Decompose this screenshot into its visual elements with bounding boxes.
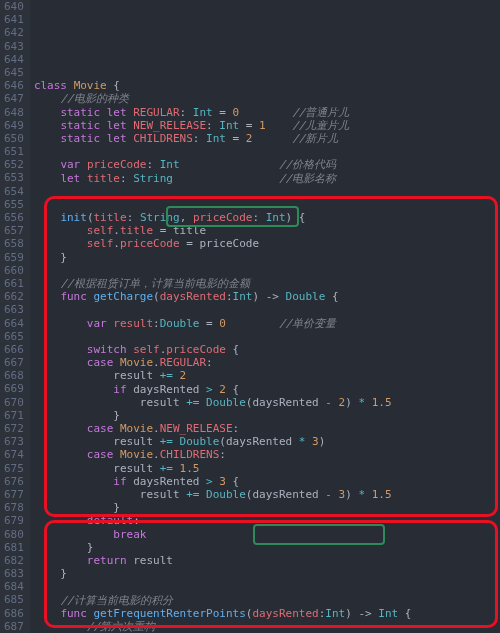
code-line[interactable]: result += 1.5 bbox=[34, 462, 496, 475]
line-number: 646 bbox=[4, 79, 24, 92]
line-number: 684 bbox=[4, 580, 24, 593]
code-line[interactable]: } bbox=[34, 251, 496, 264]
line-number: 676 bbox=[4, 475, 24, 488]
line-number: 671 bbox=[4, 409, 24, 422]
line-number: 681 bbox=[4, 541, 24, 554]
line-number: 662 bbox=[4, 290, 24, 303]
code-line[interactable]: } bbox=[34, 501, 496, 514]
code-line[interactable]: result += Double(daysRented - 2) * 1.5 bbox=[34, 396, 496, 409]
line-number: 647 bbox=[4, 92, 24, 105]
line-number: 652 bbox=[4, 158, 24, 171]
line-number: 674 bbox=[4, 448, 24, 461]
code-line[interactable] bbox=[34, 330, 496, 343]
line-number: 658 bbox=[4, 237, 24, 250]
code-line[interactable]: static let REGULAR: Int = 0 //普通片儿 bbox=[34, 106, 496, 119]
line-number: 665 bbox=[4, 330, 24, 343]
line-number: 642 bbox=[4, 26, 24, 39]
code-line[interactable]: //电影的种类 bbox=[34, 92, 496, 105]
code-area[interactable]: class Movie { //电影的种类 static let REGULAR… bbox=[30, 0, 500, 633]
code-line[interactable] bbox=[34, 264, 496, 277]
code-line[interactable] bbox=[34, 145, 496, 158]
line-number: 667 bbox=[4, 356, 24, 369]
line-number: 672 bbox=[4, 422, 24, 435]
code-line[interactable]: static let NEW_RELEASE: Int = 1 //儿童片儿 bbox=[34, 119, 496, 132]
code-line[interactable]: } bbox=[34, 567, 496, 580]
line-number: 654 bbox=[4, 185, 24, 198]
code-line[interactable]: func getFrequentRenterPoints(daysRented:… bbox=[34, 607, 496, 620]
code-line[interactable]: case Movie.CHILDRENS: bbox=[34, 448, 496, 461]
code-line[interactable]: //计算当前电影的积分 bbox=[34, 594, 496, 607]
line-number: 664 bbox=[4, 317, 24, 330]
line-number: 669 bbox=[4, 382, 24, 395]
code-line[interactable]: } bbox=[34, 409, 496, 422]
line-number: 656 bbox=[4, 211, 24, 224]
code-line[interactable]: result += Double(daysRented - 3) * 1.5 bbox=[34, 488, 496, 501]
code-line[interactable]: if daysRented > 2 { bbox=[34, 383, 496, 396]
line-number: 653 bbox=[4, 171, 24, 184]
line-number: 655 bbox=[4, 198, 24, 211]
line-number: 649 bbox=[4, 119, 24, 132]
code-editor: 6406416426436446456466476486496506516526… bbox=[0, 0, 500, 633]
code-line[interactable] bbox=[34, 303, 496, 316]
line-number: 675 bbox=[4, 462, 24, 475]
code-line[interactable]: //第六次重构 bbox=[34, 620, 496, 633]
line-number-gutter: 6406416426436446456466476486496506516526… bbox=[0, 0, 30, 633]
line-number: 657 bbox=[4, 224, 24, 237]
line-number: 644 bbox=[4, 53, 24, 66]
line-number: 660 bbox=[4, 264, 24, 277]
code-line[interactable]: switch self.priceCode { bbox=[34, 343, 496, 356]
code-line[interactable]: case Movie.REGULAR: bbox=[34, 356, 496, 369]
line-number: 680 bbox=[4, 528, 24, 541]
code-line[interactable]: let title: String //电影名称 bbox=[34, 172, 496, 185]
line-number: 640 bbox=[4, 0, 24, 13]
code-line[interactable] bbox=[34, 580, 496, 593]
line-number: 686 bbox=[4, 607, 24, 620]
code-line[interactable]: init(title: String, priceCode: Int) { bbox=[34, 211, 496, 224]
code-line[interactable]: //根据租赁订单，计算当前电影的金额 bbox=[34, 277, 496, 290]
line-number: 648 bbox=[4, 106, 24, 119]
code-line[interactable]: static let CHILDRENS: Int = 2 //新片儿 bbox=[34, 132, 496, 145]
code-line[interactable]: var priceCode: Int //价格代码 bbox=[34, 158, 496, 171]
line-number: 685 bbox=[4, 593, 24, 606]
line-number: 678 bbox=[4, 501, 24, 514]
code-line[interactable]: case Movie.NEW_RELEASE: bbox=[34, 422, 496, 435]
code-line[interactable]: class Movie { bbox=[34, 79, 496, 92]
code-line[interactable]: if daysRented > 3 { bbox=[34, 475, 496, 488]
line-number: 677 bbox=[4, 488, 24, 501]
line-number: 645 bbox=[4, 66, 24, 79]
code-line[interactable]: default: bbox=[34, 514, 496, 527]
line-number: 668 bbox=[4, 369, 24, 382]
line-number: 641 bbox=[4, 13, 24, 26]
line-number: 661 bbox=[4, 277, 24, 290]
line-number: 650 bbox=[4, 132, 24, 145]
code-line[interactable]: return result bbox=[34, 554, 496, 567]
code-line[interactable]: result += 2 bbox=[34, 369, 496, 382]
line-number: 682 bbox=[4, 554, 24, 567]
line-number: 683 bbox=[4, 567, 24, 580]
code-line[interactable]: break bbox=[34, 528, 496, 541]
line-number: 651 bbox=[4, 145, 24, 158]
line-number: 643 bbox=[4, 40, 24, 53]
code-line[interactable] bbox=[34, 198, 496, 211]
line-number: 687 bbox=[4, 620, 24, 633]
code-line[interactable]: var result:Double = 0 //单价变量 bbox=[34, 317, 496, 330]
code-line[interactable]: self.title = title bbox=[34, 224, 496, 237]
code-line[interactable]: func getCharge(daysRented:Int) -> Double… bbox=[34, 290, 496, 303]
code-line[interactable]: } bbox=[34, 541, 496, 554]
line-number: 666 bbox=[4, 343, 24, 356]
code-line[interactable] bbox=[34, 185, 496, 198]
line-number: 679 bbox=[4, 514, 24, 527]
line-number: 670 bbox=[4, 396, 24, 409]
line-number: 673 bbox=[4, 435, 24, 448]
code-line[interactable]: result += Double(daysRented * 3) bbox=[34, 435, 496, 448]
line-number: 659 bbox=[4, 251, 24, 264]
code-line[interactable]: self.priceCode = priceCode bbox=[34, 237, 496, 250]
line-number: 663 bbox=[4, 303, 24, 316]
